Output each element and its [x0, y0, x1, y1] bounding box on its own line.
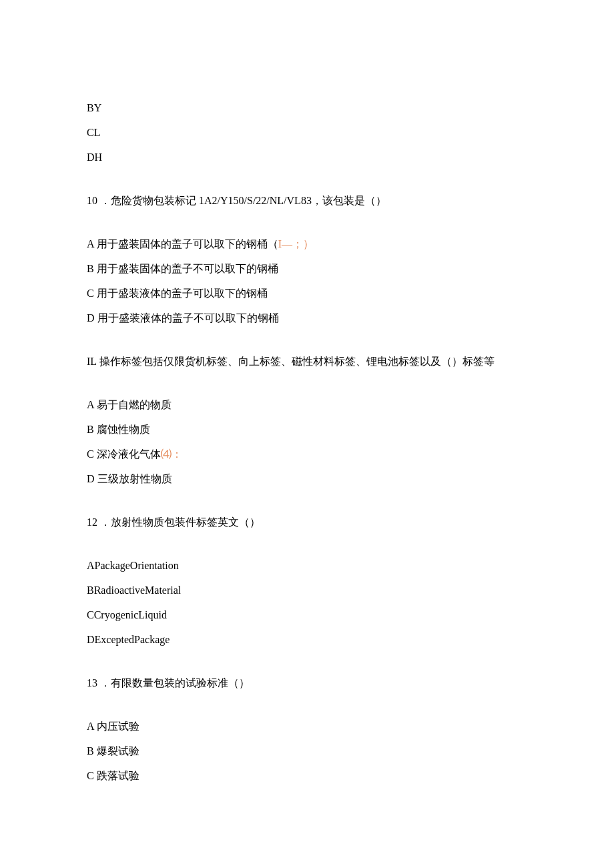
q10-stem: 10 ．危险货物包装标记 1A2/Y150/S/22/NL/VL83，该包装是（… [87, 193, 527, 209]
q13-optB: B 爆裂试验 [87, 743, 527, 759]
q10-optA-highlight: I—；） [278, 238, 314, 250]
q13-optC: C 跌落试验 [87, 768, 527, 784]
q12-optA: APackageOrientation [87, 558, 527, 574]
q13-stem: 13 ．有限数量包装的试验标准（） [87, 675, 527, 691]
q11-optD: D 三级放射性物质 [87, 471, 527, 487]
q10-optC: C 用于盛装液体的盖子可以取下的钢桶 [87, 286, 527, 302]
q10-optD: D 用于盛装液体的盖子不可以取下的钢桶 [87, 310, 527, 326]
gap [87, 496, 527, 514]
q12-optD: DExceptedPackage [87, 632, 527, 648]
gap [87, 700, 527, 719]
intro-line-0: BY [87, 100, 527, 116]
q13-optA: A 内压试验 [87, 719, 527, 735]
gap [87, 174, 527, 193]
q10-optB: B 用于盛装固体的盖子不可以取下的钢桶 [87, 261, 527, 277]
q11-stem: IL 操作标签包括仅限货机标签、向上标签、磁性材料标签、锂电池标签以及（）标签等 [87, 354, 527, 370]
q12-stem: 12 ．放射性物质包装件标签英文（） [87, 514, 527, 530]
q10-optA-text: A 用于盛装固体的盖子可以取下的钢桶（ [87, 238, 278, 250]
q10-optA: A 用于盛装固体的盖子可以取下的钢桶（I—；） [87, 236, 527, 252]
gap [87, 657, 527, 675]
gap [87, 218, 527, 236]
q11-optA: A 易于自燃的物质 [87, 397, 527, 413]
gap [87, 335, 527, 354]
document-page: BY CL DH 10 ．危险货物包装标记 1A2/Y150/S/22/NL/V… [0, 0, 614, 868]
q12-optC: CCryogenicLiquid [87, 607, 527, 623]
q11-optC-highlight: ⑷： [161, 448, 182, 460]
intro-line-1: CL [87, 125, 527, 141]
gap [87, 378, 527, 397]
q12-optB: BRadioactiveMaterial [87, 582, 527, 598]
q11-optC: C 深冷液化气体⑷： [87, 446, 527, 462]
q11-optC-text: C 深冷液化气体 [87, 448, 161, 460]
q11-optB: B 腐蚀性物质 [87, 422, 527, 438]
intro-line-2: DH [87, 149, 527, 165]
gap [87, 539, 527, 558]
